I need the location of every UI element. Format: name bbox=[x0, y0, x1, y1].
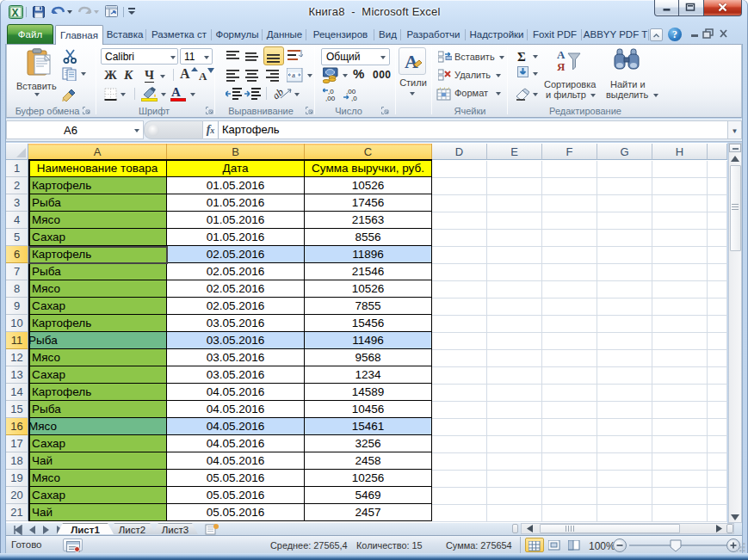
svg-text:,0: ,0 bbox=[351, 95, 357, 102]
svg-text:a: a bbox=[292, 71, 295, 79]
svg-text:Я: Я bbox=[557, 60, 566, 73]
svg-text:ab: ab bbox=[274, 86, 286, 102]
svg-text:А: А bbox=[405, 51, 418, 71]
svg-text:X: X bbox=[12, 7, 19, 19]
svg-text:,00: ,00 bbox=[325, 95, 336, 102]
svg-text:А: А bbox=[557, 48, 566, 61]
